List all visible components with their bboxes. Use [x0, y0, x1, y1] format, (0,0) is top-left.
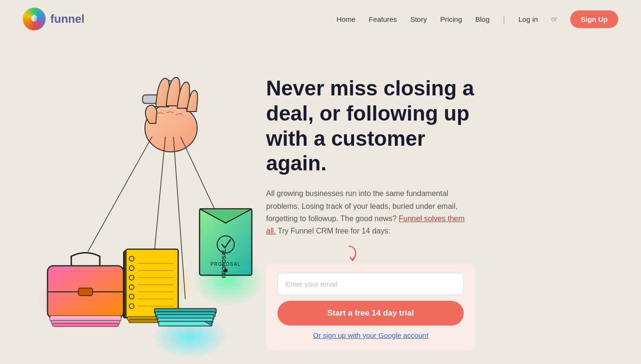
- svg-line-8: [154, 137, 165, 252]
- login-link[interactable]: Log in: [518, 15, 538, 23]
- arrow-icon: [342, 243, 361, 261]
- logo[interactable]: funnel: [23, 8, 85, 30]
- main-content: PROPOSAL PROPOSAL Never miss closing a d…: [0, 38, 641, 362]
- form-card: Start a free 14 day trial Or sign up wit…: [266, 263, 475, 351]
- illustration-area: PROPOSAL PROPOSAL: [0, 47, 247, 362]
- nav-features[interactable]: Features: [369, 15, 397, 23]
- hero-content: Never miss closing a deal, or following …: [247, 47, 475, 351]
- navbar: funnel Home Features Story Pricing Blog …: [0, 0, 641, 38]
- nav-home[interactable]: Home: [336, 15, 355, 23]
- google-signup-link[interactable]: Or sign up with your Google account: [277, 331, 464, 339]
- hero-body-text2: Try Funnel CRM free for 14 days:: [278, 227, 391, 235]
- svg-text:PROPOSAL: PROPOSAL: [210, 261, 241, 267]
- nav-divider: |: [503, 14, 505, 24]
- svg-point-39: [224, 269, 228, 272]
- nav-pricing[interactable]: Pricing: [440, 15, 462, 23]
- signup-button[interactable]: Sign Up: [570, 10, 618, 28]
- hero-body: All growing businesses run into the same…: [266, 187, 475, 238]
- svg-rect-44: [159, 321, 212, 326]
- logo-text: funnel: [50, 12, 85, 26]
- svg-line-7: [88, 137, 152, 252]
- email-input[interactable]: [277, 273, 464, 295]
- trial-button[interactable]: Start a free 14 day trial: [277, 301, 464, 326]
- svg-rect-16: [53, 323, 118, 327]
- nav-story[interactable]: Story: [410, 15, 427, 23]
- arrow-wrap: [266, 243, 475, 261]
- hero-title: Never miss closing a deal, or following …: [266, 76, 475, 176]
- svg-rect-13: [78, 288, 93, 296]
- puppet-illustration: PROPOSAL PROPOSAL: [0, 28, 271, 364]
- nav-links: Home Features Story Pricing Blog | Log i…: [336, 10, 618, 28]
- nav-blog[interactable]: Blog: [475, 15, 489, 23]
- nav-or-label: or: [551, 15, 557, 23]
- logo-icon: [23, 8, 46, 30]
